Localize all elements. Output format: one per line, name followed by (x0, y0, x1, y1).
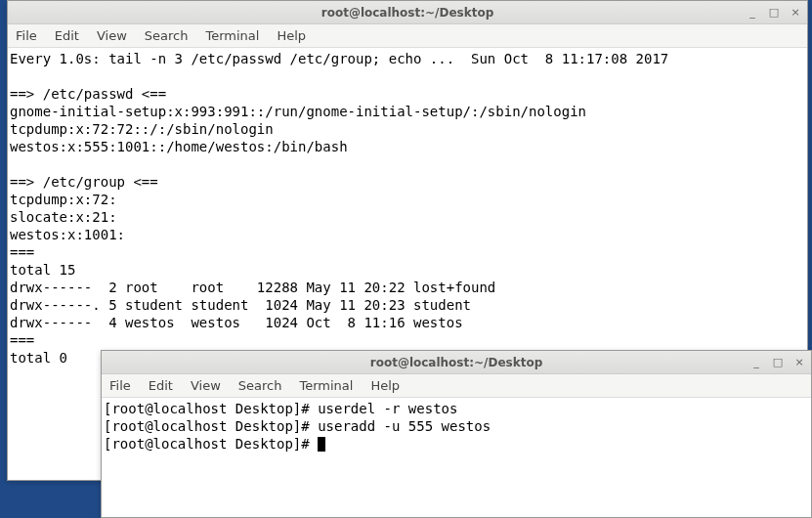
minimize-icon[interactable]: _ (748, 354, 764, 369)
window-title: root@localhost:~/Desktop (370, 356, 543, 369)
close-icon[interactable]: × (791, 354, 807, 369)
menu-file[interactable]: File (109, 378, 131, 393)
menu-view[interactable]: View (191, 378, 221, 393)
titlebar[interactable]: root@localhost:~/Desktop _ □ × (8, 1, 807, 24)
menu-edit[interactable]: Edit (55, 28, 79, 43)
menu-search[interactable]: Search (145, 28, 189, 43)
menu-help[interactable]: Help (370, 378, 400, 393)
window-title: root@localhost:~/Desktop (321, 6, 494, 20)
menubar: File Edit View Search Terminal Help (8, 24, 807, 48)
titlebar[interactable]: root@localhost:~/Desktop _ □ × (102, 351, 811, 374)
cursor-icon (318, 437, 325, 452)
menu-terminal[interactable]: Terminal (299, 378, 353, 393)
menu-terminal[interactable]: Terminal (205, 28, 259, 43)
menu-file[interactable]: File (16, 28, 37, 43)
menu-edit[interactable]: Edit (149, 378, 173, 393)
close-icon[interactable]: × (788, 4, 803, 20)
minimize-icon[interactable]: _ (745, 4, 760, 20)
menu-view[interactable]: View (97, 28, 127, 43)
menu-search[interactable]: Search (238, 378, 282, 393)
window-controls: _ □ × (748, 354, 807, 369)
menu-help[interactable]: Help (277, 28, 306, 43)
maximize-icon[interactable]: □ (770, 354, 786, 369)
maximize-icon[interactable]: □ (766, 4, 782, 20)
window-controls: _ □ × (745, 4, 803, 20)
menubar: File Edit View Search Terminal Help (102, 374, 811, 398)
terminal-output[interactable]: [root@localhost Desktop]# userdel -r wes… (102, 398, 811, 515)
terminal-window-foreground: root@localhost:~/Desktop _ □ × File Edit… (101, 350, 812, 518)
